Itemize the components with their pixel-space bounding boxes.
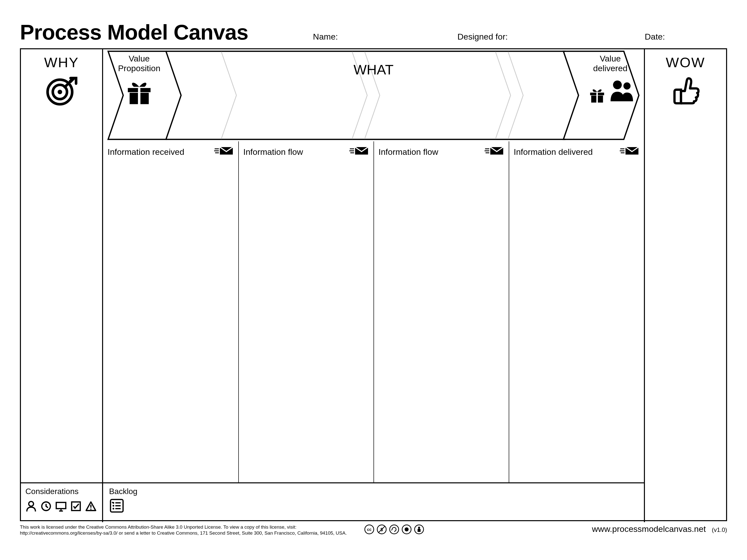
people-icon — [608, 77, 635, 104]
meta-name-label: Name: — [313, 32, 338, 42]
wow-column[interactable]: WOW — [644, 49, 726, 522]
warning-icon — [85, 501, 97, 513]
mail-flow-icon — [349, 145, 369, 158]
clock-icon — [40, 501, 52, 513]
backlog-label: Backlog — [109, 487, 638, 496]
wow-label: WOW — [647, 54, 724, 71]
info-flow-cell-1[interactable]: Information flow — [238, 141, 374, 482]
why-section[interactable]: WHY — [21, 49, 102, 482]
cc-nc-icon — [377, 525, 387, 536]
value-delivered-icons — [588, 77, 635, 104]
checkbox-icon — [70, 501, 82, 513]
info-flow-label-2: Information flow — [379, 147, 438, 157]
mail-flow-icon — [214, 145, 234, 158]
person-icon — [25, 501, 37, 513]
cc-icon — [364, 525, 374, 536]
license-line-1: This work is licensed under the Creative… — [20, 524, 347, 530]
cc-nd-icon — [402, 525, 412, 536]
info-flow-label-1: Information flow — [243, 147, 303, 157]
canvas-grid: WHY Considerations — [20, 48, 727, 521]
considerations-label: Considerations — [25, 487, 98, 496]
meta-date-label: Date: — [645, 32, 665, 42]
considerations-section[interactable]: Considerations — [21, 482, 102, 522]
site-url: www.processmodelcanvas.net — [592, 524, 706, 534]
info-delivered-cell[interactable]: Information delivered — [509, 141, 644, 482]
license-line-2: http://creativecommons.org/licenses/by-s… — [20, 530, 347, 536]
mail-flow-icon — [619, 145, 639, 158]
cc-sa-icon — [389, 525, 399, 536]
considerations-icons — [25, 501, 98, 513]
info-delivered-label: Information delivered — [514, 147, 593, 157]
process-model-canvas: Process Model Canvas Name: Designed for:… — [0, 0, 747, 560]
mail-flow-icon — [484, 145, 504, 158]
license-text: This work is licensed under the Creative… — [20, 524, 347, 536]
why-column: WHY Considerations — [21, 49, 103, 522]
what-label: WHAT — [103, 62, 644, 78]
info-received-cell[interactable]: Information received — [103, 141, 238, 482]
value-delivered-label: Value delivered — [585, 54, 635, 73]
thumbs-up-icon — [669, 103, 702, 107]
info-received-label: Information received — [108, 147, 184, 157]
information-row: Information received Information flow In… — [103, 141, 644, 482]
version-label: (v1.0) — [712, 526, 727, 533]
monitor-icon — [55, 501, 67, 513]
backlog-section[interactable]: Backlog — [103, 482, 644, 522]
page-title: Process Model Canvas — [20, 20, 248, 45]
target-icon — [45, 103, 78, 107]
gift-small-icon — [588, 86, 606, 104]
info-flow-cell-2[interactable]: Information flow — [374, 141, 509, 482]
cc-by-icon — [414, 525, 424, 536]
footer: This work is licensed under the Creative… — [20, 524, 727, 536]
chevron-row: Value Proposition WHAT Value delivered — [103, 49, 644, 141]
meta-designed-for-label: Designed for: — [457, 32, 508, 42]
why-label: WHY — [23, 54, 100, 71]
gift-icon — [124, 77, 154, 108]
header: Process Model Canvas Name: Designed for:… — [20, 20, 727, 45]
center-column: Value Proposition WHAT Value delivered I… — [103, 49, 644, 522]
backlog-list-icon — [109, 510, 125, 514]
cc-icon-row — [364, 525, 424, 536]
